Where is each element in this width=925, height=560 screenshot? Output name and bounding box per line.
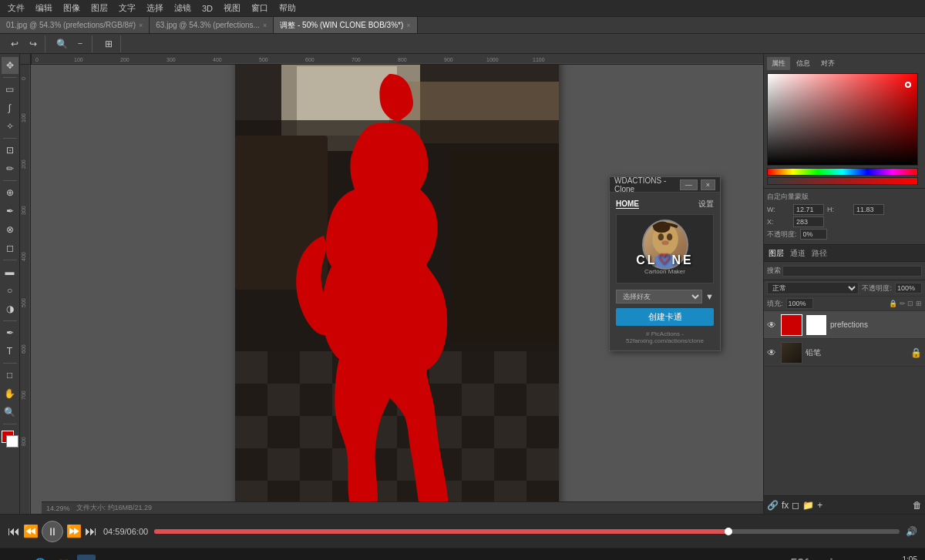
tool-eyedropper[interactable]: ✏ — [2, 160, 18, 177]
tool-blur[interactable]: ○ — [2, 282, 18, 299]
taskbar-photoshop[interactable]: Ps — [77, 555, 96, 561]
menu-layer[interactable]: 图层 — [86, 1, 113, 15]
tab-clone-close[interactable]: × — [406, 22, 410, 29]
clone-settings-label[interactable]: 设置 — [698, 199, 714, 210]
layers-opacity-input[interactable] — [895, 283, 922, 293]
tool-brush[interactable]: ✒ — [2, 203, 18, 220]
tool-divider-3 — [3, 180, 17, 181]
x-input[interactable] — [793, 216, 824, 227]
tool-pen[interactable]: ✒ — [2, 324, 18, 341]
tab-01[interactable]: 01.jpg @ 54.3% (prefections/RGB/8#) × — [0, 17, 150, 33]
tool-type[interactable]: T — [2, 343, 18, 360]
tab-63[interactable]: 63.jpg @ 54.3% (perfections... × — [150, 17, 274, 33]
opacity-input[interactable] — [800, 229, 827, 240]
color-gradient-box[interactable] — [767, 73, 918, 166]
add-mask-btn[interactable]: ◻ — [792, 500, 799, 511]
tool-marquee[interactable]: ▭ — [2, 81, 18, 98]
add-style-btn[interactable]: fx — [782, 500, 789, 511]
play-pause-btn[interactable]: ⏸ — [42, 521, 63, 542]
layer-fill-row: 填充: 🔒 ✏ ⊡ ⊞ — [764, 297, 925, 311]
tool-gradient[interactable]: ▬ — [2, 263, 18, 280]
svg-text:0: 0 — [21, 77, 26, 80]
color-foreground[interactable] — [2, 431, 18, 448]
toolbox: ✥ ▭ ∫ ✧ ⊡ ✏ ⊕ ✒ ⊗ ◻ ▬ ○ ◑ ✒ T □ ✋ 🔍 — [0, 54, 20, 514]
color-opacity-bar[interactable] — [767, 177, 918, 185]
zoom-out-button[interactable]: － — [72, 35, 89, 52]
toolbar-zoom: 🔍 － — [50, 35, 92, 52]
menu-text[interactable]: 文字 — [114, 1, 140, 15]
play-beginning-btn[interactable]: ⏮ — [8, 525, 20, 538]
clone-minimize-btn[interactable]: — — [680, 179, 698, 190]
blend-mode[interactable]: 搜索 — [767, 266, 781, 276]
svg-text:100: 100 — [74, 57, 83, 62]
layers-tab[interactable]: 图层 — [769, 248, 784, 259]
menu-image[interactable]: 图像 — [59, 1, 85, 15]
opacity-row: 不透明度: — [767, 229, 922, 240]
tool-hand[interactable]: ✋ — [2, 385, 18, 402]
tab-clone[interactable]: 调整 - 50% (WIN CLONE BOB/3%*) × — [274, 17, 417, 33]
h-input[interactable] — [853, 204, 884, 215]
clone-home-label[interactable]: HOME — [616, 200, 639, 209]
play-forward-btn[interactable]: ⏩ — [66, 524, 82, 538]
fill-input[interactable] — [786, 298, 813, 309]
tab-01-close[interactable]: × — [139, 22, 143, 29]
delete-layer-btn[interactable]: 🗑 — [913, 500, 922, 511]
clone-create-button[interactable]: 创建卡通 — [616, 308, 714, 326]
w-input[interactable] — [793, 204, 824, 215]
link-layers-btn[interactable]: 🔗 — [767, 500, 779, 511]
taskbar-ie[interactable]: 🌐 — [31, 555, 49, 561]
menu-window[interactable]: 窗口 — [247, 1, 273, 15]
tool-zoom[interactable]: 🔍 — [2, 404, 18, 421]
panel-tab-align[interactable]: 对齐 — [816, 57, 839, 70]
menu-filter[interactable]: 滤镜 — [170, 1, 196, 15]
layer-row-background[interactable]: 👁 铅笔 🔒 — [764, 339, 925, 367]
tool-dodge[interactable]: ◑ — [2, 300, 18, 317]
tool-move[interactable]: ✥ — [2, 57, 18, 74]
tool-crop[interactable]: ⊡ — [2, 142, 18, 159]
layer-eye-prefections[interactable]: 👁 — [767, 320, 778, 330]
menu-file[interactable]: 文件 — [3, 1, 29, 15]
tool-eraser[interactable]: ◻ — [2, 240, 18, 257]
layer-thumb-background — [781, 342, 802, 364]
layer-search-input[interactable] — [782, 266, 922, 277]
menu-help[interactable]: 帮助 — [274, 1, 301, 15]
panel-tab-info[interactable]: 信息 — [792, 57, 815, 70]
tool-magic-wand[interactable]: ✧ — [2, 118, 18, 135]
play-back-btn[interactable]: ⏪ — [23, 524, 39, 538]
tool-shape[interactable]: □ — [2, 367, 18, 384]
play-end-btn[interactable]: ⏭ — [85, 525, 97, 538]
menu-view[interactable]: 视图 — [219, 1, 245, 15]
toolbar-history: ↩ ↪ — [3, 35, 45, 52]
clone-panel-header: WDACTIONS - Clone — × — [610, 177, 720, 193]
clone-close-btn[interactable]: × — [701, 179, 715, 190]
tool-lasso[interactable]: ∫ — [2, 99, 18, 116]
color-spectrum-bar[interactable] — [767, 168, 918, 176]
zoom-in-button[interactable]: 🔍 — [53, 35, 70, 52]
timeline-bar[interactable] — [154, 529, 900, 534]
new-group-btn[interactable]: 📁 — [802, 500, 814, 511]
tool-heal[interactable]: ⊕ — [2, 184, 18, 201]
menu-select[interactable]: 选择 — [142, 1, 168, 15]
new-layer-btn[interactable]: + — [817, 500, 822, 511]
channels-tab[interactable]: 通道 — [790, 248, 806, 259]
panel-tab-properties[interactable]: 属性 — [767, 57, 790, 70]
redo-button[interactable]: ↪ — [25, 35, 42, 52]
paths-tab[interactable]: 路径 — [812, 248, 827, 259]
menu-3d[interactable]: 3D — [197, 2, 217, 15]
tab-63-close[interactable]: × — [263, 22, 267, 29]
arrange-button[interactable]: ⊞ — [100, 35, 117, 52]
blend-mode-select[interactable]: 正常 — [767, 282, 859, 294]
timeline-handle[interactable] — [725, 528, 732, 535]
undo-button[interactable]: ↩ — [6, 35, 23, 52]
volume-icon[interactable]: 🔊 — [906, 526, 917, 537]
layer-row-prefections[interactable]: 👁 prefections — [764, 311, 925, 339]
tool-clone-stamp[interactable]: ⊗ — [2, 221, 18, 238]
tool-divider-5 — [3, 320, 17, 321]
taskbar-start[interactable]: ⊞ — [8, 555, 26, 561]
taskbar-record[interactable]: ⏺ — [100, 555, 119, 561]
layer-eye-background[interactable]: 👁 — [767, 347, 778, 358]
tab-clone-label: 调整 - 50% (WIN CLONE BOB/3%*) — [280, 20, 403, 31]
menu-edit[interactable]: 编辑 — [31, 1, 57, 15]
clone-friend-select[interactable]: 选择好友 — [616, 290, 702, 303]
taskbar-folder[interactable]: 📁 — [54, 555, 72, 561]
